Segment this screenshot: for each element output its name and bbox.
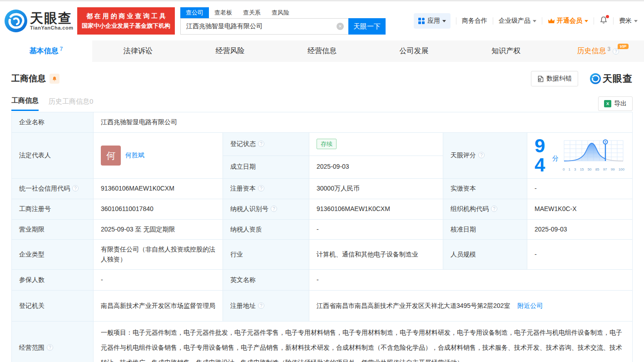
subtab-business-info[interactable]: 工商信息 <box>11 96 39 111</box>
field-label-credit-code: 统一社会信用代码 <box>12 179 94 199</box>
avatar[interactable]: 何 <box>101 146 121 166</box>
field-value-insured-count: - <box>94 270 223 291</box>
field-label-company-type: 企业类型 <box>12 240 94 270</box>
subtab-history-business-info[interactable]: 历史工商信息0 <box>49 97 93 111</box>
promo-line2: 国家中小企业发展子基金旗下机构 <box>82 21 170 30</box>
tab-history-info[interactable]: 历史信息 3 VIP <box>552 40 644 62</box>
help-icon[interactable] <box>271 206 277 212</box>
nav-cooperation[interactable]: 商务合作 <box>462 17 487 25</box>
field-label-taxpayer-id: 纳税人识别号 <box>223 199 309 220</box>
data-correction-button[interactable]: 数据纠错 <box>531 71 578 86</box>
field-label-approval-date: 核准日期 <box>443 220 527 240</box>
help-icon[interactable] <box>47 344 53 351</box>
field-value-approval-date: 2025-09-03 <box>527 220 633 240</box>
header: 天眼查 TianYanCha.com 都 在 用 的 商 业 查 询 工 具 国… <box>0 1 644 40</box>
tab-operating-info[interactable]: 经营信息 <box>276 40 368 62</box>
watermark-text: 天眼查 <box>603 72 633 85</box>
tianyancha-logo-icon <box>590 73 601 84</box>
export-button[interactable]: 导出 <box>598 96 633 111</box>
brand-name: 天眼查 <box>30 11 73 25</box>
tab-company-development[interactable]: 公司发展 <box>368 40 460 62</box>
field-label-legal-rep: 法定代表人 <box>12 133 94 179</box>
chevron-down-icon <box>585 20 588 22</box>
tianyancha-logo[interactable]: 天眼查 TianYanCha.com <box>5 10 73 32</box>
divider <box>542 17 542 25</box>
field-value-reg-number: 360106110017840 <box>94 199 223 220</box>
table-row: 经营范围 一般项目：电子元器件制造，电子元器件批发，电子元器件零售，电子专用材料… <box>12 322 633 362</box>
help-icon[interactable] <box>491 206 497 212</box>
field-label-business-scope: 经营范围 <box>12 322 94 362</box>
field-value-company-type: 有限责任公司（非自然人投资或控股的法人独资） <box>94 240 223 270</box>
field-label-staff-size: 人员规模 <box>443 240 527 270</box>
score-value: 94 <box>535 136 551 175</box>
promo-banner: 都 在 用 的 商 业 查 询 工 具 国家中小企业发展子基金旗下机构 <box>77 7 175 35</box>
table-row: 参保人数 - 英文名称 - <box>12 270 633 291</box>
help-icon[interactable] <box>478 152 485 158</box>
subscribe-bell[interactable] <box>50 74 59 84</box>
table-row: 法定代表人 何 何胜斌 登记状态 存续 天眼评分 94 分 <box>12 133 633 156</box>
score-unit: 分 <box>552 154 559 164</box>
field-value-taxpayer-quality: - <box>309 220 443 240</box>
table-row: 营业期限 2025-09-03 至 无固定期限 纳税人资质 - 核准日期 202… <box>12 220 633 240</box>
apps-grid-icon <box>418 18 425 24</box>
score-cell: 94 分 <box>527 133 633 179</box>
search-tab-risk[interactable]: 查风险 <box>266 7 295 18</box>
business-info-table: 企业名称 江西兆驰智显电路有限公司 法定代表人 何 何胜斌 登记状态 存续 天眼… <box>11 112 633 362</box>
nav-open-vip[interactable]: 开通会员 <box>548 17 588 25</box>
user-menu[interactable]: 费米 <box>619 17 638 25</box>
field-value-reg-status: 存续 <box>309 133 443 156</box>
field-value-business-scope: 一般项目：电子元器件制造，电子元器件批发，电子元器件零售，电子专用材料销售，电子… <box>94 322 633 362</box>
help-icon[interactable] <box>258 185 264 191</box>
notifications-bell[interactable] <box>599 16 608 26</box>
field-label-reg-address: 注册地址 <box>223 291 309 322</box>
field-value-legal-rep: 何 何胜斌 <box>94 133 223 179</box>
table-row: 统一社会信用代码 91360106MAEW1K0CXM 注册资本 30000万人… <box>12 179 633 199</box>
field-value-reg-authority: 南昌高新技术产业开发区市场监督管理局 <box>94 291 223 322</box>
tab-intellectual-property[interactable]: 知识产权 <box>460 40 552 62</box>
crown-icon <box>548 18 555 24</box>
field-value-taxpayer-id: 91360106MAEW1K0CXM <box>309 199 443 220</box>
tab-operating-risk[interactable]: 经营风险 <box>184 40 276 62</box>
legal-rep-link[interactable]: 何胜斌 <box>125 151 144 161</box>
search-input[interactable] <box>180 18 348 35</box>
promo-line1: 都 在 用 的 商 业 查 询 工 具 <box>82 11 170 21</box>
top-nav: 应用 商务合作 企业级产品 开通会员 费米 <box>414 13 638 29</box>
help-icon[interactable] <box>72 185 79 191</box>
search-button[interactable]: 天眼一下 <box>348 18 386 35</box>
nav-enterprise-products[interactable]: 企业级产品 <box>499 17 536 25</box>
field-label-english-name: 英文名称 <box>223 270 309 291</box>
page-tab-bar: 基本信息7 法律诉讼 经营风险 经营信息 公司发展 知识产权 历史信息 3 VI… <box>0 40 644 62</box>
tab-legal-proceedings[interactable]: 法律诉讼 <box>92 40 184 62</box>
field-label-paid-capital: 实缴资本 <box>443 179 527 199</box>
apps-menu[interactable]: 应用 <box>414 13 451 29</box>
tab-badge: 7 <box>59 46 63 52</box>
chevron-down-icon <box>533 20 536 22</box>
document-icon <box>537 75 544 82</box>
divider <box>493 17 493 25</box>
field-value-business-term: 2025-09-03 至 无固定期限 <box>94 220 223 240</box>
search-tab-relation[interactable]: 查关系 <box>238 7 266 18</box>
search-tab-company[interactable]: 查公司 <box>180 7 209 18</box>
brand-domain: TianYanCha.com <box>30 25 73 30</box>
help-icon[interactable] <box>258 302 264 309</box>
score-gauge-chart: 0131550859799100 <box>562 139 625 172</box>
table-row: 登记机关 南昌高新技术产业开发区市场监督管理局 注册地址 江西省南昌市南昌高新技… <box>12 291 633 322</box>
gauge-tick-labels: 0131550859799100 <box>562 167 625 172</box>
search-tab-boss[interactable]: 查老板 <box>209 7 238 18</box>
field-label-score: 天眼评分 <box>443 133 527 179</box>
field-label-reg-authority: 登记机关 <box>12 291 94 322</box>
field-label-reg-capital: 注册资本 <box>223 179 309 199</box>
field-label-business-term: 营业期限 <box>12 220 94 240</box>
field-value-industry: 计算机、通信和其他电子设备制造业 <box>309 240 443 270</box>
field-label-reg-status: 登记状态 <box>223 133 309 156</box>
field-value-staff-size: - <box>527 240 633 270</box>
chevron-down-icon <box>634 20 638 22</box>
tianyancha-logo-icon <box>5 10 27 32</box>
field-value-establish-date: 2025-09-03 <box>309 156 443 179</box>
tab-basic-info[interactable]: 基本信息7 <box>0 40 92 62</box>
help-icon[interactable] <box>258 141 264 147</box>
field-value-org-code: MAEW1K0C-X <box>527 199 633 220</box>
nearby-companies-link[interactable]: 附近公司 <box>517 302 543 309</box>
table-row: 工商注册号 360106110017840 纳税人识别号 91360106MAE… <box>12 199 633 220</box>
search-area: 查公司 查老板 查关系 查风险 天眼一下 <box>180 7 386 35</box>
